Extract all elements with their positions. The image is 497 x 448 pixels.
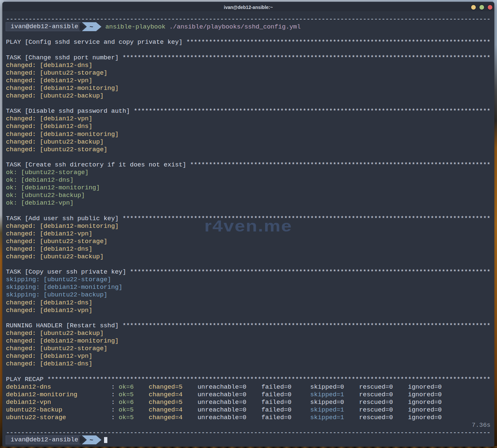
svg-text:~: ~ [89,437,93,444]
svg-text:~: ~ [89,24,93,31]
